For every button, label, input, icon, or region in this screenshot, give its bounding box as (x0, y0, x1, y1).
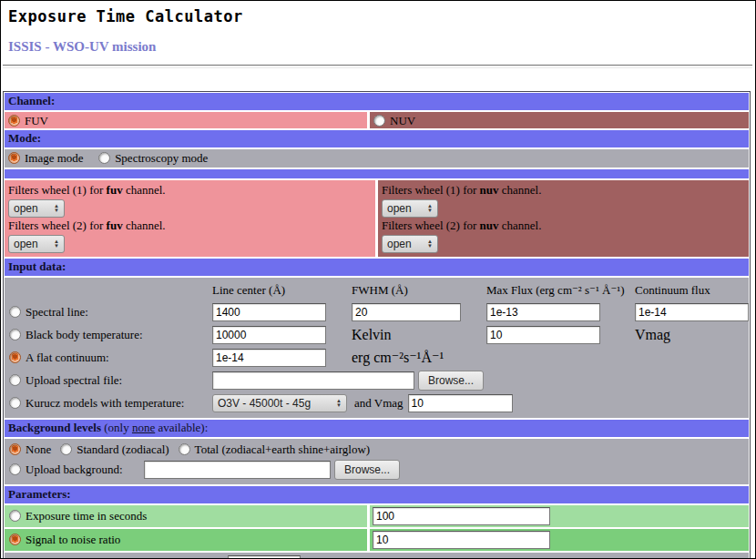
wavelength-row: Wavelength -only in spectroscopy mode- (… (5, 553, 749, 559)
input-data-section-row: Line center (Å) FWHM (Å) Max Flux (erg c… (5, 278, 749, 418)
etc-page: Exposure Time Calculator ISSIS - WSO-UV … (0, 0, 756, 559)
background-total-radio[interactable] (179, 443, 190, 455)
chevron-updown-icon: ▲▼ (54, 204, 59, 213)
snr-label-cell: Signal to noise ratio (5, 529, 367, 551)
vmag-label: Vmag (635, 327, 749, 343)
input-data-header-row: Input data: (5, 259, 749, 276)
input-data-header: Input data: (5, 259, 749, 276)
chevron-updown-icon: ▲▼ (427, 239, 433, 249)
filters-fuv1-label: Filters wheel (1) for fuv channel. (8, 182, 372, 199)
filters-nuv1-label: Filters wheel (1) for nuv channel. (382, 182, 745, 199)
parameters-header: Parameters: (5, 486, 749, 503)
exposure-label: Exposure time in seconds (26, 509, 147, 523)
mode-options-cell: Image mode Spectroscopy mode (5, 149, 749, 168)
wavelength-input[interactable] (228, 555, 301, 559)
spectral-file-input[interactable] (212, 371, 414, 390)
background-upload-row: Upload background: Browse... (5, 459, 749, 481)
mode-header: Mode: (5, 130, 749, 147)
filters-nuv2-select[interactable]: open▲▼ (382, 235, 438, 253)
calculator-form: Channel: FUV NUV Mode: Image mode Spectr… (3, 91, 751, 559)
background-header-row: Background levels (only none available): (5, 420, 749, 437)
wavelength-cell: Wavelength -only in spectroscopy mode- (… (5, 553, 749, 559)
fwhm-input[interactable] (352, 303, 461, 321)
spectroscopy-mode-label: Spectroscopy mode (115, 151, 208, 165)
col-continuum-flux: Continuum flux (635, 283, 749, 298)
chevron-updown-icon: ▲▼ (336, 399, 342, 408)
background-standard-label: Standard (zodiacal) (77, 442, 169, 456)
mission-link[interactable]: ISSIS - WSO-UV mission (8, 39, 156, 54)
filters-nuv1-select[interactable]: open▲▼ (382, 199, 438, 218)
snr-row: Signal to noise ratio (5, 529, 749, 551)
bb-vmag-input[interactable] (486, 326, 600, 344)
flat-continuum-input[interactable] (212, 349, 326, 367)
filters-nuv2-label: Filters wheel (2) for nuv channel. (382, 218, 745, 235)
filters-fuv1-select[interactable]: open▲▼ (8, 199, 65, 218)
kurucz-vmag-input[interactable] (408, 394, 513, 412)
spectroscopy-mode-radio[interactable] (98, 152, 110, 164)
image-mode-radio[interactable] (8, 152, 20, 164)
line-center-input[interactable] (212, 303, 326, 321)
filters-fuv2-select[interactable]: open▲▼ (8, 235, 65, 253)
channel-fuv-cell[interactable]: FUV (5, 112, 367, 128)
temperature-input[interactable] (212, 326, 326, 344)
black-body-row: Black body temperature: Kelvin Vmag (5, 323, 749, 346)
fuv-label: FUV (25, 114, 48, 127)
chevron-updown-icon: ▲▼ (427, 204, 433, 213)
background-browse-button[interactable]: Browse... (334, 460, 400, 480)
exposure-radio[interactable] (9, 510, 21, 522)
filters-fuv2-label: Filters wheel (2) for fuv channel. (8, 218, 372, 235)
snr-input-cell (370, 529, 749, 551)
background-upload-label: Upload background: (26, 462, 123, 476)
snr-radio[interactable] (9, 534, 21, 545)
background-none-radio[interactable] (9, 443, 21, 455)
channel-options-row: FUV NUV (5, 112, 749, 128)
filters-row: Filters wheel (1) for fuv channel. open▲… (5, 180, 749, 257)
background-upload-radio[interactable] (9, 463, 21, 475)
flat-continuum-radio[interactable] (9, 351, 21, 363)
upload-spectral-row: Upload spectral file: Browse... (5, 369, 749, 391)
spacer-row (5, 169, 749, 178)
spectral-line-radio[interactable] (9, 306, 21, 318)
input-data-column-headers: Line center (Å) FWHM (Å) Max Flux (erg c… (5, 280, 749, 300)
background-section-row: None Standard (zodiacal) Total (zodiacal… (5, 439, 749, 484)
background-header: Background levels (only none available): (5, 420, 749, 437)
kurucz-model-select[interactable]: O3V - 45000t - 45g▲▼ (212, 394, 347, 412)
snr-label: Signal to noise ratio (26, 533, 120, 546)
continuum-flux-input[interactable] (635, 303, 749, 321)
image-mode-label: Image mode (25, 151, 84, 165)
filters-fuv-cell: Filters wheel (1) for fuv channel. open▲… (5, 180, 375, 257)
black-body-radio[interactable] (9, 329, 21, 340)
spectral-line-label: Spectral line: (26, 305, 88, 319)
spacer-strip (5, 169, 749, 178)
fuv-radio[interactable] (8, 115, 20, 127)
upload-spectral-radio[interactable] (9, 374, 21, 386)
spectral-browse-button[interactable]: Browse... (418, 371, 484, 391)
background-file-input[interactable] (144, 461, 331, 479)
exposure-row: Exposure time in seconds (5, 505, 749, 527)
background-none-label: None (26, 442, 51, 456)
channel-nuv-cell[interactable]: NUV (370, 112, 749, 128)
exposure-input[interactable] (373, 507, 550, 525)
snr-input[interactable] (373, 531, 550, 549)
channel-header: Channel: (5, 93, 749, 110)
kurucz-radio[interactable] (9, 397, 21, 409)
filters-nuv-cell: Filters wheel (1) for nuv channel. open▲… (378, 180, 749, 257)
nuv-radio[interactable] (373, 115, 385, 127)
col-max-flux: Max Flux (erg cm⁻² s⁻¹ Å⁻¹) (486, 283, 635, 298)
nuv-label: NUV (390, 114, 415, 127)
col-line-center: Line center (Å) (212, 283, 352, 298)
flat-continuum-unit: erg cm⁻²s⁻¹Å⁻¹ (352, 349, 486, 366)
kurucz-label: Kurucz models with temperature: (26, 396, 184, 410)
background-standard-radio[interactable] (60, 443, 72, 455)
chevron-updown-icon: ▲▼ (54, 239, 59, 249)
channel-header-row: Channel: (5, 93, 749, 110)
kurucz-row: Kurucz models with temperature: O3V - 45… (5, 391, 749, 414)
divider (3, 65, 752, 68)
background-section: None Standard (zodiacal) Total (zodiacal… (5, 439, 749, 484)
max-flux-input[interactable] (486, 303, 600, 321)
mission-link-row: ISSIS - WSO-UV mission (8, 39, 755, 55)
kelvin-label: Kelvin (352, 327, 486, 343)
none-underlined: none (132, 421, 155, 434)
exposure-label-cell: Exposure time in seconds (5, 505, 367, 527)
flat-continuum-row: A flat continuum: erg cm⁻²s⁻¹Å⁻¹ (5, 346, 749, 369)
